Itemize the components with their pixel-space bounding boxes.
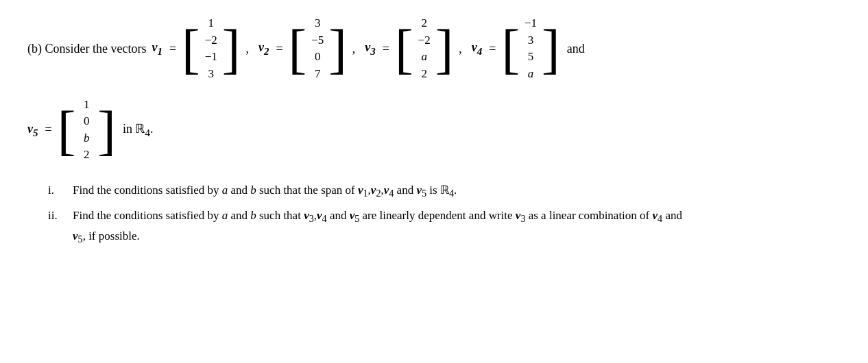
v1-label: v1 <box>152 40 162 58</box>
v4-e2: 3 <box>524 32 538 49</box>
v5-e1: 1 <box>80 97 93 114</box>
v2-matrix: [ 3 −5 0 7 ] <box>289 14 347 84</box>
bracket-left-3: [ <box>395 21 413 76</box>
subparts: i. Find the conditions satisfied by a an… <box>48 182 841 247</box>
bracket-right-4: ] <box>542 21 560 76</box>
v1-e4: 3 <box>204 66 218 83</box>
subpart-i-label: i. <box>48 182 67 201</box>
equals-2: = <box>276 42 282 56</box>
top-row: (b) Consider the vectors v1 = [ 1 −2 −1 … <box>27 14 841 84</box>
bracket-right-3: ] <box>435 21 454 76</box>
v5-e2: 0 <box>80 113 93 130</box>
v2-entries: 3 −5 0 7 <box>306 14 328 84</box>
v5-row: v5 = [ 1 0 b 2 ] in ℝ4. <box>27 95 841 166</box>
and-text: and <box>567 42 585 56</box>
v3-e4: 2 <box>418 66 431 83</box>
v4-matrix: [ −1 3 5 a ] <box>501 14 559 84</box>
sep-2: , <box>352 42 356 56</box>
v4-label: v4 <box>472 40 483 58</box>
bracket-right-5: ] <box>97 103 116 158</box>
bracket-left-1: [ <box>182 21 200 76</box>
bracket-right-1: ] <box>222 21 241 76</box>
part-label: (b) Consider the vectors <box>27 42 146 56</box>
v3-entries: 2 −2 a 2 <box>413 14 435 84</box>
bracket-left-4: [ <box>501 21 520 76</box>
v5-entries: 1 0 b 2 <box>75 95 97 166</box>
subpart-i-text: Find the conditions satisfied by a and b… <box>73 182 457 201</box>
v2-e2: −5 <box>311 32 324 49</box>
part-b: (b) Consider the vectors v1 = [ 1 −2 −1 … <box>27 14 841 247</box>
v4-e1: −1 <box>524 15 538 32</box>
v2-e3: 0 <box>311 49 324 66</box>
v4-e4: a <box>524 66 538 83</box>
bracket-left-2: [ <box>289 21 307 76</box>
equals-3: = <box>383 42 389 56</box>
v5-matrix: [ 1 0 b 2 ] <box>58 95 116 166</box>
v2-label: v2 <box>258 40 269 58</box>
equals-5: = <box>45 123 52 137</box>
subpart-i: i. Find the conditions satisfied by a an… <box>48 182 841 201</box>
v3-e1: 2 <box>418 15 431 32</box>
v1-e3: −1 <box>204 49 218 66</box>
subpart-ii-text: Find the conditions satisfied by a and b… <box>73 207 690 247</box>
main-content: (b) Consider the vectors v1 = [ 1 −2 −1 … <box>27 14 841 247</box>
sep-3: , <box>459 42 462 56</box>
subpart-ii-label: ii. <box>48 207 67 247</box>
v1-entries: 1 −2 −1 3 <box>200 14 222 84</box>
v5-e4: 2 <box>80 147 93 164</box>
v3-e2: −2 <box>418 32 431 49</box>
v2-e1: 3 <box>311 15 324 32</box>
bracket-left-5: [ <box>58 103 76 158</box>
v3-matrix: [ 2 −2 a 2 ] <box>395 14 453 84</box>
v1-e1: 1 <box>204 15 218 32</box>
bracket-right-2: ] <box>328 21 347 76</box>
v3-label: v3 <box>365 40 376 58</box>
v4-e3: 5 <box>524 49 538 66</box>
v4-entries: −1 3 5 a <box>520 14 542 84</box>
equals-1: = <box>169 42 176 56</box>
v1-e2: −2 <box>204 32 218 49</box>
equals-4: = <box>489 42 496 56</box>
sep-1: , <box>245 42 249 56</box>
v1-matrix: [ 1 −2 −1 3 ] <box>182 14 240 84</box>
v2-e4: 7 <box>311 66 324 83</box>
in-R4-text: in ℝ4. <box>123 121 154 139</box>
v3-e3: a <box>418 49 431 66</box>
subpart-ii: ii. Find the conditions satisfied by a a… <box>48 207 841 247</box>
v5-label: v5 <box>27 122 38 139</box>
v5-e3: b <box>80 130 93 147</box>
